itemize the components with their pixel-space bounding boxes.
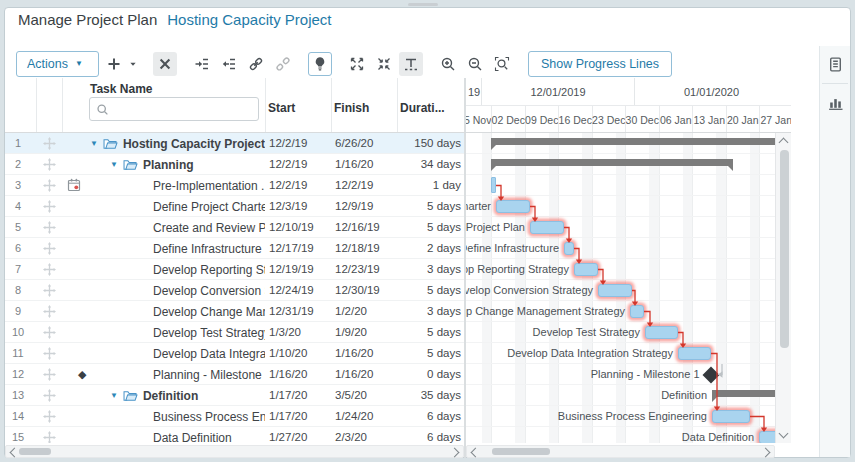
column-header-start[interactable]: Start (268, 101, 295, 115)
task-name-cell[interactable]: Define Project Charter (88, 196, 265, 217)
table-row[interactable]: 9Develop Change Man...12/31/191/2/203 da… (5, 301, 464, 322)
start-cell[interactable]: 12/2/19 (269, 175, 329, 196)
finish-cell[interactable]: 1/9/20 (335, 322, 395, 343)
add-button[interactable] (102, 52, 126, 76)
table-row[interactable]: 15Data Definition1/27/202/3/206 days (5, 427, 464, 443)
start-cell[interactable]: 1/3/20 (269, 322, 329, 343)
drag-handle-icon[interactable] (43, 284, 56, 297)
show-progress-lines-button[interactable]: Show Progress Lines (528, 51, 672, 77)
column-header-task-name[interactable]: Task Name (90, 82, 152, 96)
duration-cell[interactable]: 0 days (397, 364, 463, 385)
duration-cell[interactable]: 5 days (397, 217, 463, 238)
vertical-scroll-thumb[interactable] (780, 150, 789, 348)
task-name-cell[interactable]: Create and Review Pr... (88, 217, 265, 238)
link-button[interactable] (244, 52, 268, 76)
summary-bar[interactable] (712, 390, 775, 397)
start-cell[interactable]: 12/10/19 (269, 217, 329, 238)
table-row[interactable]: 11Develop Data Integra...1/10/201/16/205… (5, 343, 464, 364)
task-name-cell[interactable]: Pre-Implementation ... (88, 175, 265, 196)
duration-cell[interactable]: 5 days (397, 322, 463, 343)
actions-button[interactable]: Actions ▼ (16, 51, 99, 77)
drag-handle-icon[interactable] (43, 242, 56, 255)
task-name-cell[interactable]: ▼Hosting Capacity Project (88, 133, 265, 154)
finish-cell[interactable]: 12/18/19 (335, 238, 395, 259)
finish-cell[interactable]: 12/16/19 (335, 217, 395, 238)
column-header-duration[interactable]: Durati... (400, 101, 445, 115)
table-row[interactable]: 1▼Hosting Capacity Project12/2/196/26/20… (5, 133, 464, 154)
drag-handle-icon[interactable] (43, 137, 56, 150)
finish-cell[interactable]: 12/30/19 (335, 280, 395, 301)
start-cell[interactable]: 12/3/19 (269, 196, 329, 217)
task-bar[interactable] (496, 200, 530, 213)
finish-cell[interactable]: 1/16/20 (335, 343, 395, 364)
highlight-button[interactable] (308, 52, 332, 76)
task-bar[interactable] (645, 326, 678, 339)
task-name-cell[interactable]: Develop Test Strategy (88, 322, 265, 343)
task-name-cell[interactable]: Develop Conversion S... (88, 280, 265, 301)
duration-cell[interactable]: 5 days (397, 343, 463, 364)
zoom-out-button[interactable] (463, 52, 487, 76)
task-name-cell[interactable]: Develop Data Integra... (88, 343, 265, 364)
project-link[interactable]: Hosting Capacity Project (167, 11, 331, 28)
task-bar-one-day[interactable] (491, 177, 496, 193)
table-row[interactable]: 2▼Planning12/2/191/16/2034 days (5, 154, 464, 175)
caret-down-button[interactable] (126, 52, 140, 76)
table-row[interactable]: 4Define Project Charter12/3/1912/9/195 d… (5, 196, 464, 217)
collapse-panel-handle[interactable] (408, 3, 438, 6)
task-bar[interactable] (759, 431, 775, 443)
duration-cell[interactable]: 3 days (397, 259, 463, 280)
table-row[interactable]: 8Develop Conversion S...12/24/1912/30/19… (5, 280, 464, 301)
duration-cell[interactable]: 6 days (397, 406, 463, 427)
scroll-up-icon[interactable] (779, 138, 789, 148)
table-row[interactable]: 3Pre-Implementation ...12/2/1912/2/191 d… (5, 175, 464, 196)
baseline-button[interactable] (399, 52, 423, 76)
start-cell[interactable]: 1/10/20 (269, 343, 329, 364)
finish-cell[interactable]: 2/3/20 (335, 427, 395, 443)
task-name-cell[interactable]: ▼Definition (88, 385, 265, 406)
scroll-right-icon[interactable] (450, 448, 460, 458)
table-row[interactable]: 13▼Definition1/17/203/5/2035 days (5, 385, 464, 406)
table-row[interactable]: 12◆Planning - Milestone 11/16/201/16/200… (5, 364, 464, 385)
task-name-cell[interactable]: Business Process Eng... (88, 406, 265, 427)
task-bar[interactable] (678, 347, 711, 360)
start-cell[interactable]: 12/17/19 (269, 238, 329, 259)
start-cell[interactable]: 1/16/20 (269, 364, 329, 385)
column-header-finish[interactable]: Finish (334, 101, 369, 115)
finish-cell[interactable]: 1/16/20 (335, 364, 395, 385)
zoom-in-button[interactable] (436, 52, 460, 76)
tree-collapse-caret-icon[interactable]: ▼ (90, 139, 98, 148)
duration-cell[interactable]: 3 days (397, 301, 463, 322)
finish-cell[interactable]: 12/2/19 (335, 175, 395, 196)
drag-handle-icon[interactable] (43, 179, 56, 192)
zoom-fit-button[interactable] (490, 52, 514, 76)
start-cell[interactable]: 1/17/20 (269, 385, 329, 406)
start-cell[interactable]: 1/17/20 (269, 406, 329, 427)
finish-cell[interactable]: 12/23/19 (335, 259, 395, 280)
duration-cell[interactable]: 6 days (397, 427, 463, 443)
table-row[interactable]: 7Develop Reporting St...12/19/1912/23/19… (5, 259, 464, 280)
finish-cell[interactable]: 12/9/19 (335, 196, 395, 217)
scroll-left-icon[interactable] (10, 448, 20, 458)
scroll-right-icon[interactable] (761, 448, 771, 458)
task-name-cell[interactable]: Develop Change Man... (88, 301, 265, 322)
finish-cell[interactable]: 1/16/20 (335, 154, 395, 175)
drag-handle-icon[interactable] (43, 368, 56, 381)
task-name-cell[interactable]: Develop Reporting St... (88, 259, 265, 280)
task-name-cell[interactable]: ▼Planning (88, 154, 265, 175)
drag-handle-icon[interactable] (43, 326, 56, 339)
table-row[interactable]: 6Define Infrastructure12/17/1912/18/192 … (5, 238, 464, 259)
finish-cell[interactable]: 1/2/20 (335, 301, 395, 322)
grid-splitter[interactable] (464, 78, 466, 458)
table-horizontal-scrollbar[interactable] (5, 445, 464, 458)
drag-handle-icon[interactable] (43, 347, 56, 360)
start-cell[interactable]: 12/19/19 (269, 259, 329, 280)
summary-bar[interactable] (491, 159, 733, 166)
task-name-cell[interactable]: Data Definition (88, 427, 265, 443)
duration-cell[interactable]: 5 days (397, 196, 463, 217)
resource-histogram-panel-button[interactable] (823, 89, 847, 116)
table-row[interactable]: 14Business Process Eng...1/17/201/24/206… (5, 406, 464, 427)
drag-handle-icon[interactable] (43, 221, 56, 234)
duration-cell[interactable]: 35 days (397, 385, 463, 406)
drag-handle-icon[interactable] (43, 305, 56, 318)
table-hscroll-thumb[interactable] (19, 448, 51, 455)
